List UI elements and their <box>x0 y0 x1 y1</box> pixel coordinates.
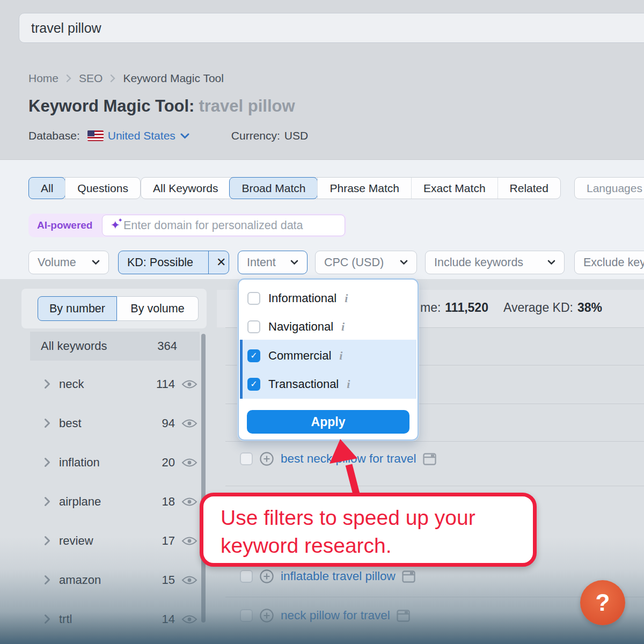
include-keywords-filter[interactable]: Include keywords <box>425 251 565 274</box>
option-label: Commercial <box>268 349 331 363</box>
group-label: inflation <box>59 456 100 470</box>
chevron-down-icon <box>92 260 100 265</box>
chevron-down-icon <box>547 260 555 265</box>
chevron-right-icon[interactable] <box>44 536 50 546</box>
annotation-callout: Use filters to speed up your keyword res… <box>200 493 537 567</box>
keyword-link[interactable]: neck pillow for travel <box>281 609 390 623</box>
by-volume-button[interactable]: By volume <box>117 296 199 321</box>
domain-input-wrap[interactable]: ✦ <box>102 215 345 236</box>
sidebar-group-best[interactable]: best 94 <box>30 404 200 443</box>
chevron-down-icon[interactable] <box>180 133 189 139</box>
question-mark-icon: ? <box>596 589 610 616</box>
tab-exact-match[interactable]: Exact Match <box>411 178 497 199</box>
tab-related[interactable]: Related <box>497 178 560 199</box>
intent-option-navigational[interactable]: Navigational i <box>240 312 416 341</box>
checkbox-checked[interactable]: ✓ <box>247 349 260 362</box>
chevron-right-icon[interactable] <box>44 575 50 585</box>
checkbox-unchecked[interactable] <box>247 320 260 333</box>
exclude-keywords-label: Exclude keywords <box>583 256 644 269</box>
tab-broad-match[interactable]: Broad Match <box>229 177 318 199</box>
help-button[interactable]: ? <box>580 580 625 625</box>
eye-icon[interactable] <box>181 575 197 586</box>
sidebar-group-amazon[interactable]: amazon 15 <box>30 560 200 599</box>
chevron-right-icon[interactable] <box>44 614 50 624</box>
average-kd-value: 38% <box>577 301 602 315</box>
intent-option-commercial[interactable]: ✓ Commercial i <box>240 341 416 370</box>
info-icon[interactable]: i <box>345 291 348 305</box>
keyword-link[interactable]: inflatable travel pillow <box>281 569 396 583</box>
total-volume-value: 111,520 <box>445 301 488 315</box>
info-icon[interactable]: i <box>341 320 345 334</box>
exclude-keywords-filter[interactable]: Exclude keywords <box>574 251 644 274</box>
sparkle-icon: ✦ <box>110 219 120 231</box>
chevron-right-icon[interactable] <box>44 457 50 467</box>
chevron-right-icon <box>110 74 115 83</box>
tab-questions[interactable]: Questions <box>65 178 140 199</box>
serp-features-icon[interactable] <box>397 610 410 622</box>
kd-filter-applied[interactable]: KD: Possible ✕ <box>118 251 229 274</box>
checkbox-checked[interactable]: ✓ <box>247 378 260 391</box>
tab-all[interactable]: All <box>28 177 65 199</box>
row-checkbox[interactable] <box>240 609 253 622</box>
add-to-list-icon[interactable] <box>259 569 274 584</box>
chevron-right-icon[interactable] <box>44 418 50 428</box>
ai-powered-badge: AI-powered <box>28 219 102 231</box>
tab-all-keywords[interactable]: All Keywords <box>141 178 230 199</box>
row-checkbox[interactable] <box>240 452 253 465</box>
languages-button-group: Languages <box>574 177 644 199</box>
add-to-list-icon[interactable] <box>259 451 274 466</box>
sidebar-group-airplane[interactable]: airplane 18 <box>30 482 200 521</box>
database-row: Database: United States Currency: USD <box>28 129 308 142</box>
serp-features-icon[interactable] <box>402 570 415 583</box>
sidebar-group-inflation[interactable]: inflation 20 <box>30 443 200 482</box>
by-number-button[interactable]: By number <box>38 296 117 321</box>
sidebar-scrollbar[interactable] <box>201 334 206 623</box>
info-icon[interactable]: i <box>347 377 350 391</box>
row-checkbox[interactable] <box>240 570 253 583</box>
info-icon[interactable]: i <box>339 349 342 363</box>
sidebar-group-neck[interactable]: neck 114 <box>30 364 200 404</box>
serp-features-icon[interactable] <box>423 453 436 465</box>
kd-filter-clear-icon[interactable]: ✕ <box>208 251 233 274</box>
eye-icon[interactable] <box>181 496 197 507</box>
cpc-filter[interactable]: CPC (USD) <box>315 251 417 274</box>
eye-icon[interactable] <box>181 536 197 546</box>
breadcrumb-current: Keyword Magic Tool <box>123 72 224 85</box>
eye-icon[interactable] <box>181 457 197 468</box>
group-count: 94 <box>162 416 175 430</box>
keyword-row[interactable]: inflatable travel pillow <box>240 569 415 584</box>
database-select[interactable]: United States <box>108 129 175 142</box>
total-volume-label-fragment: me: <box>420 301 441 315</box>
all-keywords-count: 364 <box>157 339 177 353</box>
languages-button[interactable]: Languages <box>575 178 644 199</box>
checkbox-unchecked[interactable] <box>247 292 260 305</box>
keyword-row[interactable]: neck pillow for travel <box>240 608 410 623</box>
apply-button[interactable]: Apply <box>247 410 409 434</box>
intent-option-transactional[interactable]: ✓ Transactional i <box>240 370 416 398</box>
domain-input[interactable] <box>123 219 345 232</box>
add-to-list-icon[interactable] <box>259 608 274 623</box>
intent-filter[interactable]: Intent <box>238 251 308 274</box>
option-label: Navigational <box>268 320 333 334</box>
group-label: trtl <box>59 612 72 626</box>
tab-phrase-match[interactable]: Phrase Match <box>317 178 411 199</box>
volume-filter[interactable]: Volume <box>28 251 109 274</box>
intent-option-informational[interactable]: Informational i <box>240 284 416 312</box>
keyword-search-input[interactable] <box>19 13 644 42</box>
group-count: 18 <box>162 495 175 509</box>
sidebar-all-keywords-row[interactable]: All keywords 364 <box>30 332 200 361</box>
group-count: 15 <box>162 573 175 587</box>
eye-icon[interactable] <box>181 614 197 625</box>
eye-icon[interactable] <box>181 379 197 390</box>
eye-icon[interactable] <box>181 418 197 429</box>
intent-filter-label: Intent <box>247 256 276 269</box>
keyword-search-bar[interactable] <box>19 13 644 43</box>
breadcrumb-home[interactable]: Home <box>28 72 58 85</box>
sidebar-group-review[interactable]: review 17 <box>30 521 200 560</box>
all-keywords-label: All keywords <box>41 339 107 353</box>
breadcrumb-seo[interactable]: SEO <box>79 72 103 85</box>
chevron-right-icon[interactable] <box>44 379 50 389</box>
chevron-right-icon[interactable] <box>44 496 50 507</box>
us-flag-icon <box>87 130 104 141</box>
sidebar-group-trtl[interactable]: trtl 14 <box>30 599 200 639</box>
